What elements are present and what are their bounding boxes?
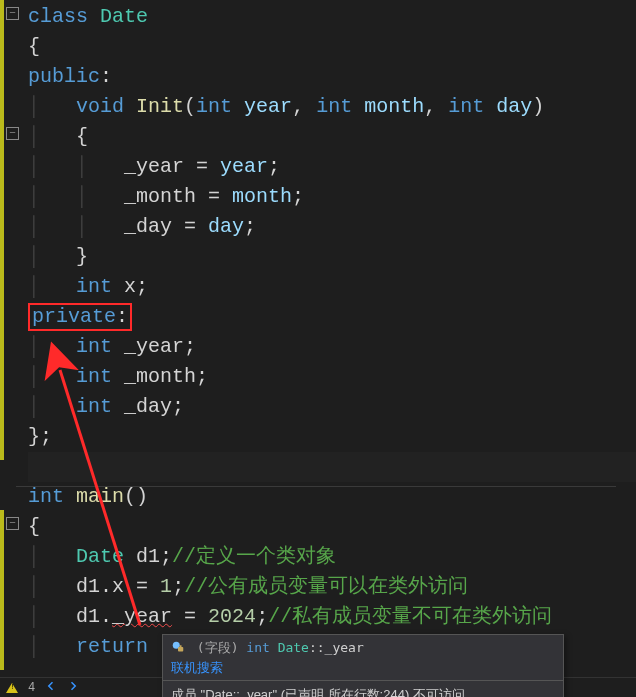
tooltip-search-link[interactable]: 联机搜索	[171, 660, 223, 675]
function-name: main	[76, 485, 124, 508]
variable: d1	[136, 545, 160, 568]
type: int	[28, 485, 64, 508]
warning-count[interactable]: 4	[28, 681, 35, 695]
variable: d1	[76, 605, 100, 628]
nav-prev-icon[interactable]	[45, 680, 57, 696]
member: x	[112, 575, 124, 598]
keyword: class	[28, 5, 88, 28]
member: _year	[124, 335, 184, 358]
intellisense-tooltip: (字段) int Date::_year 联机搜索 成员 "Date::_yea…	[162, 634, 564, 697]
code-editor[interactable]: class Date { public: │ void Init(int yea…	[0, 0, 636, 662]
field-icon	[171, 640, 185, 654]
member: _year	[124, 155, 184, 178]
param: month	[232, 185, 292, 208]
param: day	[496, 95, 532, 118]
type: void	[76, 95, 124, 118]
change-marker	[0, 510, 4, 670]
function-name: Init	[136, 95, 184, 118]
tooltip-class: Date	[278, 640, 309, 655]
tooltip-type: int	[246, 640, 269, 655]
type: int	[76, 365, 112, 388]
tooltip-tag: (字段)	[197, 640, 239, 655]
brace: };	[28, 425, 52, 448]
number: 2024	[208, 605, 256, 628]
brace: }	[76, 245, 88, 268]
error-member[interactable]: _year	[112, 605, 172, 628]
member: _month	[124, 185, 196, 208]
section-divider	[16, 486, 616, 487]
keyword-return: return	[76, 635, 148, 658]
param: year	[244, 95, 292, 118]
nav-next-icon[interactable]	[67, 680, 79, 696]
member: x	[124, 275, 136, 298]
number: 1	[160, 575, 172, 598]
member: _day	[124, 395, 172, 418]
keyword-public: public	[28, 65, 100, 88]
class-name: Date	[100, 5, 148, 28]
member: _day	[124, 215, 172, 238]
svg-rect-3	[180, 645, 182, 648]
comment: //公有成员变量可以在类外访问	[184, 575, 468, 598]
member: _month	[124, 365, 196, 388]
param: month	[364, 95, 424, 118]
variable: d1	[76, 575, 100, 598]
class-name: Date	[76, 545, 124, 568]
type: int	[76, 395, 112, 418]
tooltip-error-message: 成员 "Date::_year" (已声明 所在行数:244) 不可访问	[163, 680, 563, 697]
param: year	[220, 155, 268, 178]
fold-icon[interactable]	[6, 127, 19, 140]
warning-icon[interactable]	[6, 683, 18, 693]
type: int	[76, 275, 112, 298]
type: int	[448, 95, 484, 118]
brace: {	[28, 515, 40, 538]
comment: //私有成员变量不可在类外访问	[268, 605, 552, 628]
brace: {	[76, 125, 88, 148]
fold-icon[interactable]	[6, 517, 19, 530]
fold-icon[interactable]	[6, 7, 19, 20]
change-marker	[0, 0, 4, 460]
gutter	[0, 0, 20, 662]
highlight-private: private:	[28, 303, 132, 331]
type: int	[316, 95, 352, 118]
brace: {	[28, 35, 40, 58]
type: int	[76, 335, 112, 358]
comment: //定义一个类对象	[172, 545, 336, 568]
param: day	[208, 215, 244, 238]
keyword-private: private	[32, 305, 116, 328]
type: int	[196, 95, 232, 118]
tooltip-member: ::_year	[309, 640, 364, 655]
